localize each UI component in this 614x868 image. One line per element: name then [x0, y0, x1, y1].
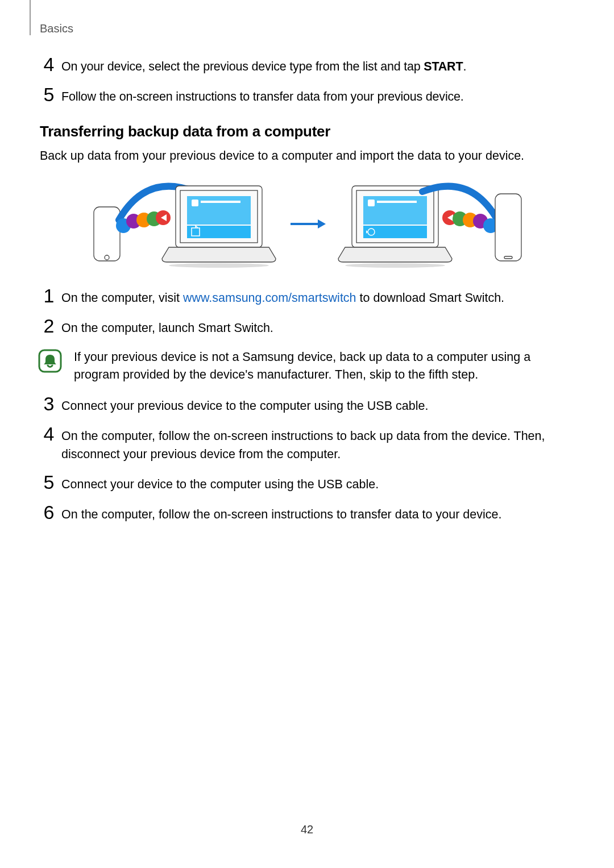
step-number: 5: [40, 85, 58, 104]
arrow-icon: [287, 213, 327, 235]
step-text: On the computer, launch Smart Switch.: [58, 318, 273, 337]
illustration-backup: [84, 176, 277, 272]
note-icon: [38, 348, 63, 373]
step-text-pre: On the computer, visit: [61, 291, 183, 305]
step-row: 5 Follow the on-screen instructions to t…: [40, 87, 574, 106]
illustration-row: [40, 176, 574, 272]
hyperlink[interactable]: www.samsung.com/smartswitch: [183, 291, 356, 305]
step-text: Connect your previous device to the comp…: [58, 396, 428, 415]
step-text: On the computer, follow the on-screen in…: [58, 505, 501, 524]
step-text: Connect your device to the computer usin…: [58, 475, 379, 493]
step-row: 1 On the computer, visit www.samsung.com…: [40, 288, 574, 307]
svg-point-12: [169, 263, 269, 268]
page-content: 4 On your device, select the previous de…: [40, 0, 574, 524]
step-number: 4: [40, 424, 58, 443]
step-text-pre: On your device, select the previous devi…: [61, 60, 424, 73]
step-text-bold: START: [424, 60, 463, 73]
step-number: 3: [40, 394, 58, 413]
step-row: 2 On the computer, launch Smart Switch.: [40, 318, 574, 337]
step-row: 4 On the computer, follow the on-screen …: [40, 426, 574, 463]
step-text: Follow the on-screen instructions to tra…: [58, 87, 464, 106]
step-text: On your device, select the previous devi…: [58, 57, 466, 76]
svg-rect-15: [201, 201, 240, 203]
step-text: On the computer, visit www.samsung.com/s…: [58, 288, 504, 307]
step-row: 5 Connect your device to the computer us…: [40, 475, 574, 493]
svg-rect-1: [96, 213, 118, 253]
svg-rect-25: [377, 201, 417, 203]
page-number: 42: [0, 823, 614, 836]
step-number: 4: [40, 55, 58, 74]
svg-rect-24: [368, 200, 375, 206]
illustration-restore: [337, 176, 530, 272]
svg-point-22: [345, 263, 445, 268]
step-number: 5: [40, 472, 58, 492]
subheading: Transferring backup data from a computer: [40, 123, 574, 140]
step-number: 6: [40, 502, 58, 522]
step-text-post: to download Smart Switch.: [356, 291, 505, 305]
section-header: Basics: [40, 22, 73, 35]
svg-rect-14: [192, 200, 198, 206]
svg-marker-19: [318, 219, 326, 229]
step-row: 3 Connect your previous device to the co…: [40, 396, 574, 415]
header-divider: [30, 0, 31, 35]
step-number: 1: [40, 286, 58, 305]
note-text: If your previous device is not a Samsung…: [74, 348, 574, 384]
intro-paragraph: Back up data from your previous device t…: [40, 147, 574, 165]
svg-rect-36: [497, 201, 519, 253]
step-text-post: .: [463, 60, 466, 73]
step-row: 6 On the computer, follow the on-screen …: [40, 505, 574, 524]
document-page: Basics 4 On your device, select the prev…: [0, 0, 614, 868]
svg-rect-26: [363, 226, 427, 238]
step-text: On the computer, follow the on-screen in…: [58, 426, 574, 463]
note-block: If your previous device is not a Samsung…: [40, 348, 574, 384]
step-row: 4 On your device, select the previous de…: [40, 57, 574, 76]
step-number: 2: [40, 316, 58, 335]
